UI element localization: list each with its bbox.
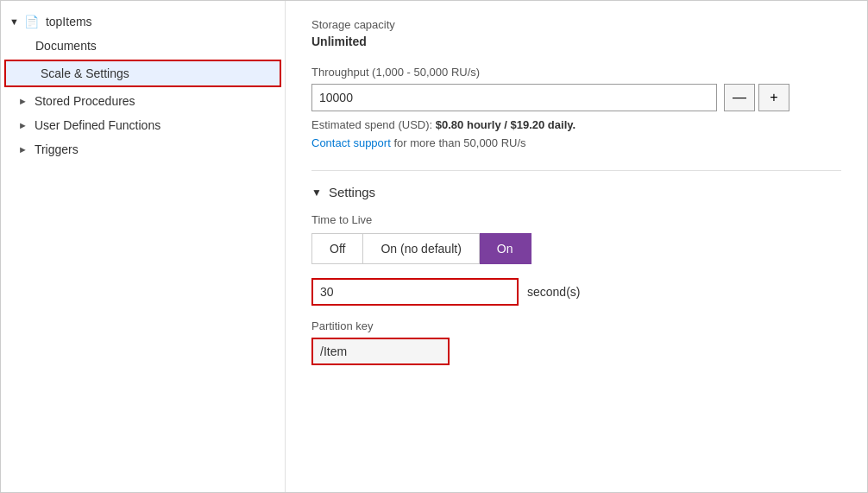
chevron-down-icon: ▼ — [9, 16, 19, 27]
ttl-input-row: second(s) — [311, 278, 841, 306]
sidebar-item-triggers-label: Triggers — [35, 142, 79, 156]
folder-icon: 📄 — [24, 15, 39, 28]
sidebar-item-triggers[interactable]: ► Triggers — [1, 137, 285, 161]
ttl-value-input[interactable] — [311, 278, 519, 306]
decrease-throughput-button[interactable]: — — [724, 84, 755, 111]
ttl-on-button[interactable]: On — [480, 233, 531, 264]
partition-key-input[interactable] — [311, 338, 450, 365]
chevron-right-icon: ► — [18, 144, 28, 155]
ttl-off-button[interactable]: Off — [311, 233, 363, 264]
sidebar-item-user-defined-functions-label: User Defined Functions — [35, 118, 160, 132]
throughput-input[interactable] — [311, 84, 717, 111]
contact-support-text: for more than 50,000 RU/s — [391, 136, 526, 149]
throughput-row: — + — [311, 84, 841, 111]
estimated-spend-value: $0.80 hourly / $19.20 daily. — [436, 118, 576, 131]
storage-capacity-value: Unlimited — [311, 35, 841, 48]
ttl-buttons: Off On (no default) On — [311, 233, 841, 264]
sidebar-item-user-defined-functions[interactable]: ► User Defined Functions — [1, 113, 285, 137]
ttl-label: Time to Live — [311, 213, 841, 226]
increase-throughput-button[interactable]: + — [758, 84, 789, 111]
sidebar-item-scale-settings-label: Scale & Settings — [41, 66, 129, 80]
sidebar-item-scale-settings[interactable]: Scale & Settings — [4, 60, 281, 87]
chevron-right-icon: ► — [18, 96, 28, 106]
settings-section: ▼ Settings Time to Live Off On (no defau… — [311, 185, 841, 365]
storage-capacity-label: Storage capacity — [311, 18, 841, 31]
contact-support-row: Contact support for more than 50,000 RU/… — [311, 136, 841, 149]
ttl-unit: second(s) — [527, 285, 580, 299]
ttl-no-default-button[interactable]: On (no default) — [363, 233, 479, 264]
divider — [311, 170, 841, 171]
settings-header: ▼ Settings — [311, 185, 841, 199]
sidebar-item-stored-procedures[interactable]: ► Stored Procedures — [1, 89, 285, 113]
settings-header-label: Settings — [329, 185, 375, 199]
sidebar-item-stored-procedures-label: Stored Procedures — [35, 94, 135, 108]
settings-chevron-icon: ▼ — [311, 186, 322, 199]
estimated-spend: Estimated spend (USD): $0.80 hourly / $1… — [311, 118, 841, 131]
chevron-right-icon: ► — [18, 120, 28, 130]
sidebar-item-documents-label: Documents — [35, 39, 97, 53]
main-content: Storage capacity Unlimited Throughput (1… — [286, 1, 867, 492]
sidebar: ▼ 📄 topItems Documents Scale & Settings … — [1, 1, 286, 492]
sidebar-top-item[interactable]: ▼ 📄 topItems — [1, 9, 285, 34]
sidebar-top-label: topItems — [46, 15, 92, 28]
partition-key-input-wrap — [311, 338, 450, 365]
estimated-spend-label: Estimated spend (USD): — [311, 118, 432, 131]
contact-support-link[interactable]: Contact support — [311, 136, 391, 149]
throughput-label: Throughput (1,000 - 50,000 RU/s) — [311, 66, 841, 79]
partition-key-label: Partition key — [311, 319, 841, 332]
sidebar-item-documents[interactable]: Documents — [1, 34, 285, 58]
